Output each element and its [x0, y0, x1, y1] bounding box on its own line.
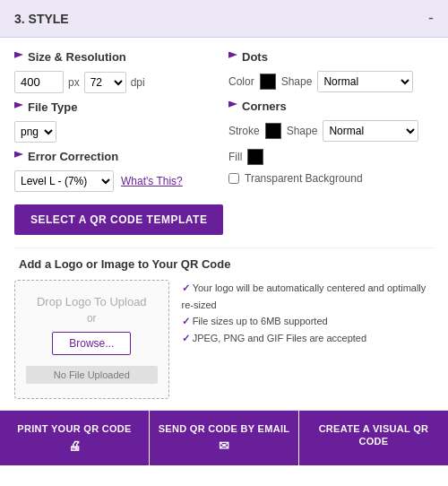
section-header: 3. STYLE -	[0, 0, 448, 38]
visual-button[interactable]: CREATE A VISUAL QR CODE	[299, 411, 448, 465]
collapse-button[interactable]: -	[428, 9, 434, 28]
transparent-checkbox[interactable]	[228, 173, 239, 184]
error-correction-select[interactable]: Level L - (7%) Level M - (15%) Level Q -…	[14, 170, 114, 192]
flag-icon-error	[14, 152, 23, 162]
file-type-row: png jpg svg pdf	[14, 121, 220, 143]
main-content: Size & Resolution px 72 96 150 300 dpi F…	[0, 38, 448, 399]
tip-3: JPEG, PNG and GIF Files are accepted	[182, 330, 434, 347]
dots-label: Dots	[228, 50, 434, 64]
corners-label: Corners	[228, 100, 434, 113]
dpi-label: dpi	[131, 76, 145, 89]
email-label: SEND QR CODE BY EMAIL	[159, 422, 290, 435]
width-input[interactable]	[14, 71, 64, 93]
tips-list: Your logo will be automatically centered…	[182, 280, 434, 399]
fill-row: Fill	[228, 149, 434, 165]
dots-shape-label: Shape	[281, 75, 313, 88]
error-correction-row: Level L - (7%) Level M - (15%) Level Q -…	[14, 170, 220, 192]
dots-color-swatch[interactable]	[260, 74, 276, 90]
flag-icon-filetype	[14, 102, 23, 113]
fill-color-swatch[interactable]	[247, 149, 263, 165]
flag-icon-dots	[228, 52, 237, 63]
dots-row: Color Shape Normal Rounded Extra Rounded…	[228, 71, 434, 92]
flag-icon-size	[14, 52, 23, 63]
email-icon: ✉	[219, 438, 229, 454]
bottom-bar: PRINT YOUR QR CODE 🖨 SEND QR CODE BY EMA…	[0, 410, 448, 465]
dpi-select[interactable]: 72 96 150 300	[84, 72, 126, 93]
fill-label: Fill	[228, 151, 242, 163]
select-template-button[interactable]: SELECT A QR CODE TEMPLATE	[14, 204, 223, 235]
size-resolution-label: Size & Resolution	[14, 50, 220, 64]
corners-shape-label: Shape	[287, 125, 318, 137]
whats-this-link[interactable]: What's This?	[121, 175, 183, 187]
no-file-label: No File Uploaded	[26, 366, 158, 384]
visual-label: CREATE A VISUAL QR CODE	[305, 422, 443, 448]
right-column: Dots Color Shape Normal Rounded Extra Ro…	[228, 50, 434, 204]
divider	[14, 247, 434, 248]
print-button[interactable]: PRINT YOUR QR CODE 🖨	[0, 411, 150, 465]
left-column: Size & Resolution px 72 96 150 300 dpi F…	[14, 50, 220, 204]
or-text: or	[26, 312, 158, 325]
logo-section-label: Add a Logo or Image to Your QR Code	[14, 257, 434, 271]
file-type-label: File Type	[14, 100, 220, 114]
corners-shape-select[interactable]: Normal Dot Extra Rounded Square	[323, 120, 418, 142]
corners-stroke-swatch[interactable]	[265, 123, 281, 139]
px-label: px	[68, 76, 80, 89]
upload-box: Drop Logo To Upload or Browse... No File…	[14, 280, 169, 399]
error-correction-label: Error Correction	[14, 150, 220, 163]
size-resolution-row: px 72 96 150 300 dpi	[14, 71, 220, 93]
print-label: PRINT YOUR QR CODE	[17, 422, 131, 435]
corners-stroke-row: Stroke Shape Normal Dot Extra Rounded Sq…	[228, 120, 434, 142]
section-title: 3. STYLE	[14, 12, 69, 26]
dots-shape-select[interactable]: Normal Rounded Extra Rounded Classy Dots…	[317, 71, 413, 92]
dots-color-label: Color	[228, 75, 254, 88]
email-button[interactable]: SEND QR CODE BY EMAIL ✉	[150, 411, 299, 465]
top-two-col: Size & Resolution px 72 96 150 300 dpi F…	[14, 50, 434, 204]
tip-2: File sizes up to 6MB supported	[182, 313, 434, 330]
print-icon: 🖨	[68, 438, 81, 454]
drop-text: Drop Logo To Upload	[26, 295, 158, 308]
logo-two-col: Drop Logo To Upload or Browse... No File…	[14, 280, 434, 399]
stroke-label: Stroke	[228, 125, 260, 137]
tip-1: Your logo will be automatically centered…	[182, 280, 434, 313]
transparent-label: Transparent Background	[245, 172, 363, 185]
transparent-row: Transparent Background	[228, 172, 434, 185]
file-type-select[interactable]: png jpg svg pdf	[14, 121, 56, 143]
browse-button[interactable]: Browse...	[52, 332, 131, 355]
flag-icon-corners	[228, 101, 237, 112]
